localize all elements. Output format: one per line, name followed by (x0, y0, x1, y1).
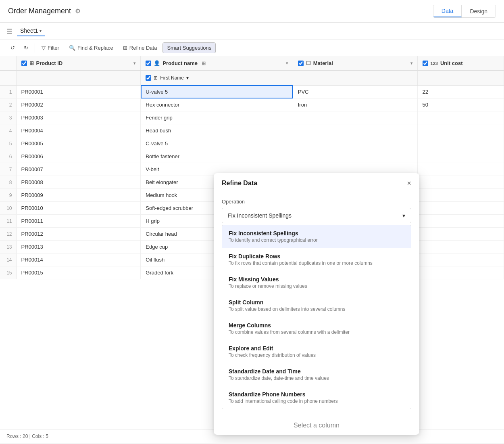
dropdown-item-title: Fix Inconsistent Spellings (229, 230, 404, 237)
row-number: 3 (0, 111, 16, 124)
dropdown-item-title: Standardize Date and Time (229, 368, 404, 375)
cell-unit-cost[interactable] (417, 215, 504, 228)
cell-product-id[interactable]: PR00012 (16, 228, 141, 241)
subheader-product-name: ⊞ First Name ▾ (141, 71, 293, 85)
cell-product-id[interactable]: PR00009 (16, 189, 141, 202)
cell-product-id[interactable]: PR00001 (16, 85, 141, 98)
cell-product-name[interactable]: Hex connector (141, 98, 293, 111)
cell-unit-cost[interactable] (417, 124, 504, 137)
dropdown-item-merge_columns[interactable]: Merge ColumnsTo combine values from seve… (222, 317, 411, 340)
firstname-checkbox[interactable] (146, 75, 151, 81)
dropdown-item-fix_missing_values[interactable]: Fix Missing ValuesTo replace or remove m… (222, 271, 411, 294)
table-row: 3PR00003Fender grip (0, 111, 504, 124)
cell-product-name[interactable]: C-valve 5 (141, 137, 293, 150)
tab-design[interactable]: Design (462, 5, 496, 17)
redo-button[interactable]: ↻ (20, 43, 32, 53)
cell-unit-cost[interactable] (417, 266, 504, 279)
table-row: 6PR00006Bottle fastener (0, 150, 504, 163)
modal-header: Refine Data × (214, 173, 419, 192)
firstname-caret-icon[interactable]: ▾ (186, 75, 189, 81)
dropdown-item-explore_and_edit[interactable]: Explore and EditTo check frequency distr… (222, 340, 411, 363)
subheader-material (293, 71, 417, 85)
product-name-checkbox[interactable] (146, 61, 151, 66)
col-header-unit-cost[interactable]: 123 Unit cost (417, 56, 504, 71)
row-number: 2 (0, 98, 16, 111)
cell-unit-cost[interactable] (417, 228, 504, 241)
gear-icon[interactable]: ⚙ (75, 7, 81, 15)
dropdown-item-fix_inconsistent_spellings[interactable]: Fix Inconsistent SpellingsTo identify an… (222, 225, 411, 248)
cell-product-id[interactable]: PR00010 (16, 202, 141, 215)
cell-product-id[interactable]: PR00014 (16, 253, 141, 266)
cell-unit-cost[interactable]: 50 (417, 98, 504, 111)
row-number: 11 (0, 215, 16, 228)
cell-product-id[interactable]: PR00003 (16, 111, 141, 124)
cell-product-id[interactable]: PR00015 (16, 266, 141, 279)
cell-material[interactable]: Iron (293, 98, 417, 111)
product-id-checkbox[interactable] (21, 61, 27, 66)
cell-unit-cost[interactable]: 22 (417, 85, 504, 98)
cell-material[interactable] (293, 111, 417, 124)
dropdown-item-split_column[interactable]: Split ColumnTo split value based on deli… (222, 294, 411, 317)
dropdown-item-title: Split Column (229, 299, 404, 306)
find-replace-button[interactable]: 🔍 Find & Replace (65, 43, 117, 53)
cell-product-name[interactable]: Fender grip (141, 111, 293, 124)
cell-unit-cost[interactable] (417, 189, 504, 202)
cell-product-id[interactable]: PR00005 (16, 137, 141, 150)
cell-unit-cost[interactable] (417, 163, 504, 176)
cell-product-id[interactable]: PR00008 (16, 176, 141, 189)
cell-product-id[interactable]: PR00002 (16, 98, 141, 111)
cell-product-id[interactable]: PR00011 (16, 215, 141, 228)
material-caret-icon[interactable]: ▾ (410, 61, 412, 65)
cell-product-name[interactable]: Head bush (141, 124, 293, 137)
table-row: 4PR00004Head bush (0, 124, 504, 137)
row-number: 6 (0, 150, 16, 163)
smart-suggestions-button[interactable]: Smart Suggestions (162, 42, 216, 53)
filter-button[interactable]: ▽ Filter (37, 43, 63, 53)
row-number: 14 (0, 253, 16, 266)
find-replace-label: Find & Replace (77, 45, 113, 51)
col-header-material[interactable]: ☐ Material ▾ (293, 56, 417, 71)
cell-unit-cost[interactable] (417, 176, 504, 189)
operation-select[interactable]: Fix Inconsistent Spellings ▾ (222, 208, 411, 223)
cell-unit-cost[interactable] (417, 111, 504, 124)
refine-data-button[interactable]: ⊞ Refine Data (119, 43, 161, 53)
undo-button[interactable]: ↺ (6, 43, 19, 53)
hamburger-icon[interactable]: ☰ (6, 27, 12, 35)
cell-material[interactable]: PVC (293, 85, 417, 98)
cell-product-name[interactable]: Bottle fastener (141, 150, 293, 163)
row-number: 13 (0, 241, 16, 253)
tab-data[interactable]: Data (433, 5, 462, 17)
cell-unit-cost[interactable] (417, 253, 504, 266)
row-number: 15 (0, 266, 16, 279)
sheet-tab[interactable]: Sheet1 ▾ (17, 26, 45, 36)
col-header-product-name[interactable]: 👤 Product name ⊞ ▾ (141, 56, 293, 71)
undo-redo-group: ↺ ↻ (6, 43, 32, 53)
cell-unit-cost[interactable] (417, 137, 504, 150)
dropdown-item-standardize_date_time[interactable]: Standardize Date and TimeTo standardize … (222, 363, 411, 386)
cell-product-id[interactable]: PR00007 (16, 163, 141, 176)
cell-material[interactable] (293, 137, 417, 150)
table-subheader-row: ⊞ First Name ▾ (0, 71, 504, 85)
cell-unit-cost[interactable] (417, 202, 504, 215)
toolbar-divider-1 (35, 44, 35, 52)
dropdown-item-standardize_phone_numbers[interactable]: Standardize Phone NumbersTo add internat… (222, 386, 411, 409)
cell-material[interactable] (293, 124, 417, 137)
cell-unit-cost[interactable] (417, 150, 504, 163)
cell-product-id[interactable]: PR00006 (16, 150, 141, 163)
dropdown-item-desc: To combine values from several columns w… (229, 329, 404, 335)
unit-cost-checkbox[interactable] (423, 61, 428, 66)
table-header-row: ⊞ Product ID ▾ 👤 Product name ⊞ ▾ (0, 56, 504, 71)
col-header-product-id[interactable]: ⊞ Product ID ▾ (16, 56, 141, 71)
product-name-caret-icon[interactable]: ▾ (286, 61, 288, 65)
dropdown-item-fix_duplicate_rows[interactable]: Fix Duplicate RowsTo fix rows that conta… (222, 248, 411, 271)
cell-product-id[interactable]: PR00004 (16, 124, 141, 137)
firstname-type-icon: ⊞ (154, 75, 158, 81)
cell-product-name[interactable]: U-valve 5 (141, 85, 293, 98)
material-checkbox[interactable] (298, 61, 304, 66)
subheader-product-id (16, 71, 141, 85)
modal-close-button[interactable]: × (407, 180, 411, 187)
cell-material[interactable] (293, 150, 417, 163)
cell-product-id[interactable]: PR00013 (16, 241, 141, 253)
product-id-caret-icon[interactable]: ▾ (133, 61, 135, 65)
cell-unit-cost[interactable] (417, 241, 504, 253)
